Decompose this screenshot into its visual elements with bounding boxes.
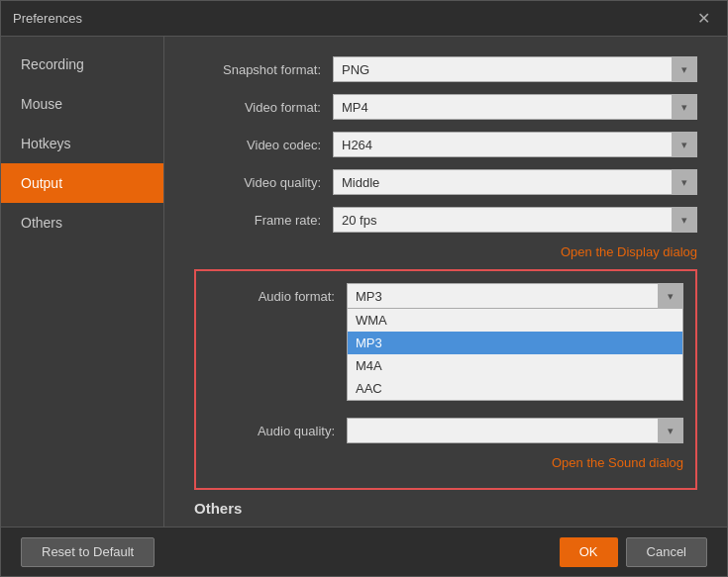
sidebar-item-recording[interactable]: Recording <box>1 45 163 84</box>
dialog-title: Preferences <box>13 11 82 26</box>
footer-right-buttons: OK Cancel <box>560 537 707 567</box>
audio-format-dropdown: WMA MP3 M4A AAC <box>347 309 683 401</box>
cancel-button[interactable]: Cancel <box>626 537 707 567</box>
video-format-label: Video format: <box>194 100 333 115</box>
title-bar: Preferences ✕ <box>1 1 727 37</box>
frame-rate-row: Frame rate: 20 fps ▾ <box>194 207 697 233</box>
sidebar: Recording Mouse Hotkeys Output Others <box>1 37 164 527</box>
audio-format-select[interactable]: MP3 <box>347 283 683 309</box>
audio-quality-select-wrapper[interactable]: ▾ <box>347 418 683 443</box>
snapshot-format-label: Snapshot format: <box>194 62 333 77</box>
audio-quality-row: Audio quality: ▾ <box>208 418 683 443</box>
audio-quality-select[interactable] <box>347 418 683 443</box>
snapshot-format-select-wrapper[interactable]: PNG ▾ <box>333 56 697 82</box>
snapshot-format-row: Snapshot format: PNG ▾ <box>194 56 697 82</box>
audio-format-select-wrapper[interactable]: MP3 ▾ WMA MP3 M4A AAC <box>347 283 683 309</box>
audio-option-aac[interactable]: AAC <box>348 377 682 400</box>
frame-rate-select[interactable]: 20 fps <box>333 207 697 233</box>
audio-format-row: Audio format: MP3 ▾ WMA MP3 M4A AAC <box>208 283 683 309</box>
video-quality-label: Video quality: <box>194 175 333 190</box>
video-quality-select[interactable]: Middle <box>333 169 697 195</box>
open-sound-link-row: Open the Sound dialog <box>208 455 683 470</box>
ok-button[interactable]: OK <box>560 537 618 567</box>
dialog-content: Recording Mouse Hotkeys Output Others Sn… <box>1 37 727 527</box>
audio-option-m4a[interactable]: M4A <box>348 354 682 377</box>
video-format-select-wrapper[interactable]: MP4 ▾ <box>333 94 697 120</box>
video-codec-row: Video codec: H264 ▾ <box>194 132 697 157</box>
video-codec-select-wrapper[interactable]: H264 ▾ <box>333 132 697 157</box>
main-content: Snapshot format: PNG ▾ Video format: MP4… <box>164 37 727 527</box>
audio-section: Audio format: MP3 ▾ WMA MP3 M4A AAC <box>194 269 697 490</box>
video-format-row: Video format: MP4 ▾ <box>194 94 697 120</box>
video-codec-select[interactable]: H264 <box>333 132 697 157</box>
others-section-title: Others <box>194 500 697 517</box>
open-display-dialog-link[interactable]: Open the Display dialog <box>561 244 697 259</box>
sidebar-item-hotkeys[interactable]: Hotkeys <box>1 124 163 163</box>
close-button[interactable]: ✕ <box>691 7 715 31</box>
sidebar-item-others[interactable]: Others <box>1 203 163 242</box>
video-format-select[interactable]: MP4 <box>333 94 697 120</box>
video-quality-select-wrapper[interactable]: Middle ▾ <box>333 169 697 195</box>
video-quality-row: Video quality: Middle ▾ <box>194 169 697 195</box>
open-display-link-row: Open the Display dialog <box>194 244 697 259</box>
frame-rate-select-wrapper[interactable]: 20 fps ▾ <box>333 207 697 233</box>
reset-button[interactable]: Reset to Default <box>21 537 155 567</box>
open-sound-dialog-link[interactable]: Open the Sound dialog <box>552 455 683 470</box>
preferences-dialog: Preferences ✕ Recording Mouse Hotkeys Ou… <box>0 0 728 577</box>
sidebar-item-mouse[interactable]: Mouse <box>1 84 163 124</box>
audio-option-wma[interactable]: WMA <box>348 309 682 332</box>
audio-format-label: Audio format: <box>208 289 347 304</box>
sidebar-item-output[interactable]: Output <box>1 163 163 203</box>
frame-rate-label: Frame rate: <box>194 213 333 228</box>
footer: Reset to Default OK Cancel <box>1 527 727 576</box>
audio-option-mp3[interactable]: MP3 <box>348 332 682 354</box>
video-codec-label: Video codec: <box>194 138 333 152</box>
audio-quality-label: Audio quality: <box>208 424 347 438</box>
snapshot-format-select[interactable]: PNG <box>333 56 697 82</box>
